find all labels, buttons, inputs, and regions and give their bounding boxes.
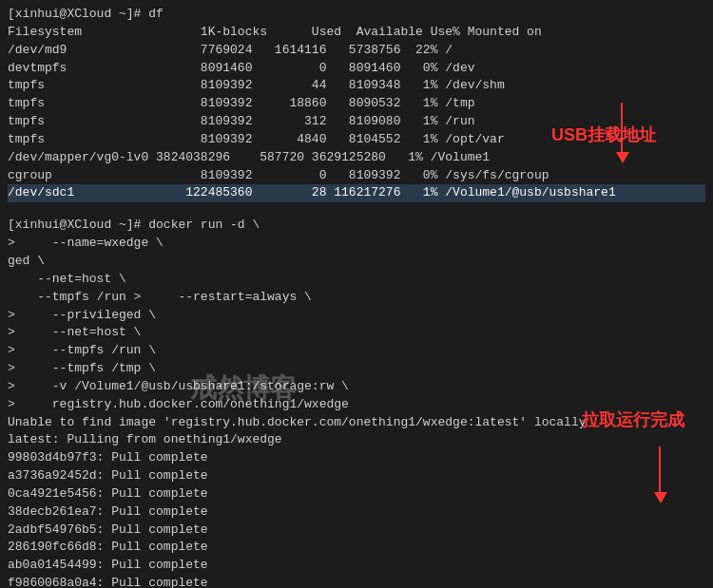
usb-arrow-line [621, 103, 623, 155]
pull-arrow-line [659, 446, 661, 494]
line-8: tmpfs 8109392 4840 8104552 1% /opt/var [8, 132, 505, 146]
usb-arrow-head [616, 152, 629, 163]
pull-arrow-head [654, 492, 667, 503]
line-17: > --privileged \ [8, 308, 156, 322]
line-20: > --tmpfs /tmp \ [8, 361, 156, 375]
line-9: /dev/mapper/vg0-lv0 3824038296 587720 36… [8, 150, 490, 164]
line-19: > --tmpfs /run \ [8, 343, 156, 357]
line-29: 2adbf54976b5: Pull complete [8, 522, 208, 537]
line-28: 38decb261ea7: Pull complete [8, 504, 208, 519]
line-26: a3736a92452d: Pull complete [8, 468, 208, 483]
line-22: > registry.hub.docker.com/onething1/wxed… [8, 397, 349, 411]
line-12: [xinhui@XCloud ~]# docker run -d \ [8, 218, 260, 232]
line-4: devtmpfs 8091460 0 8091460 0% /dev [8, 61, 474, 75]
line-5: tmpfs 8109392 44 8109348 1% /dev/shm [8, 78, 505, 92]
line-14: ged \ [8, 254, 45, 268]
line-11-highlight: /dev/sdc1 122485360 28 116217276 1% /Vol… [8, 184, 705, 202]
line-2: Filesystem 1K-blocks Used Available Use%… [8, 25, 542, 39]
line-31: ab0a01454499: Pull complete [8, 558, 208, 572]
line-3: /dev/md9 7769024 1614116 5738756 22% / [8, 43, 453, 57]
usb-annotation: USB挂载地址 [551, 123, 656, 146]
line-32: f9860068a0a4: Pull complete [8, 576, 208, 588]
line-25: 99803d4b97f3: Pull complete [8, 450, 208, 465]
line-6: tmpfs 8109392 18860 8090532 1% /tmp [8, 96, 474, 110]
terminal-content: [xinhui@XCloud ~]# df Filesystem 1K-bloc… [8, 6, 705, 588]
line-1: [xinhui@XCloud ~]# df [8, 7, 164, 21]
terminal: [xinhui@XCloud ~]# df Filesystem 1K-bloc… [0, 0, 713, 588]
line-24: latest: Pulling from onething1/wxedge [8, 432, 282, 446]
line-30: 286190fc66d8: Pull complete [8, 540, 208, 554]
line-27: 0ca4921e5456: Pull complete [8, 486, 208, 501]
line-13: > --name=wxedge \ [8, 236, 164, 250]
line-16: --tmpfs /run > --restart=always \ [8, 290, 312, 304]
line-7: tmpfs 8109392 312 8109080 1% /run [8, 114, 474, 128]
line-15: --net=host \ [8, 272, 126, 286]
pull-annotation: 拉取运行完成 [582, 408, 684, 431]
line-21: > -v /Volume1/@usb/usbshare1:/storage:rw… [8, 379, 349, 393]
line-18: > --net=host \ [8, 325, 141, 339]
line-23: Unable to find image 'registry.hub.docke… [8, 415, 587, 429]
line-10: cgroup 8109392 0 8109392 0% /sys/fs/cgro… [8, 168, 549, 182]
